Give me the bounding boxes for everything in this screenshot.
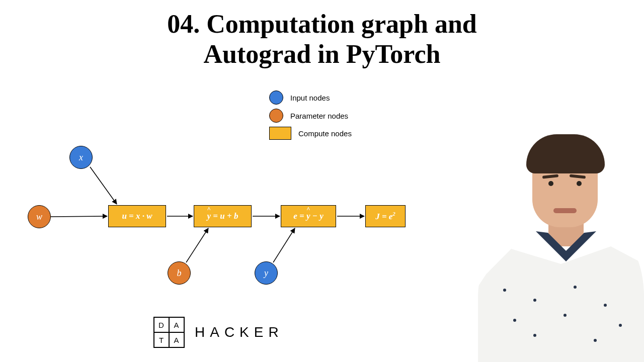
logo-grid: D A T A bbox=[153, 317, 185, 348]
compute-u: u = x · w bbox=[108, 205, 166, 227]
legend-swatch-input bbox=[269, 90, 283, 105]
legend-row-input: Input nodes bbox=[269, 90, 352, 105]
legend-row-param: Parameter nodes bbox=[269, 109, 352, 123]
compute-u-label: u = x · w bbox=[122, 211, 152, 221]
legend-swatch-param bbox=[269, 109, 283, 123]
node-y: y bbox=[255, 261, 278, 285]
compute-J: J = e2 bbox=[365, 205, 406, 227]
datahacker-logo: D A T A HACKER bbox=[153, 317, 284, 348]
slide-title: 04. Computation graph and Autograd in Py… bbox=[0, 9, 644, 69]
title-line-2: Autograd in PyTorch bbox=[204, 40, 441, 68]
logo-word: HACKER bbox=[195, 324, 284, 340]
compute-yhat: y = u + b bbox=[194, 205, 252, 227]
compute-J-label: J = e2 bbox=[375, 211, 395, 222]
node-y-label: y bbox=[264, 268, 268, 279]
node-x: x bbox=[69, 146, 93, 169]
presenter-photo bbox=[478, 138, 644, 362]
node-b: b bbox=[168, 261, 191, 285]
node-b-label: b bbox=[177, 268, 182, 279]
compute-e: e = y − y bbox=[281, 205, 336, 227]
logo-cell-2: A bbox=[169, 317, 184, 332]
legend-label-param: Parameter nodes bbox=[290, 112, 348, 120]
svg-line-5 bbox=[273, 228, 295, 262]
legend-row-compute: Compute nodes bbox=[269, 127, 352, 140]
node-x-label: x bbox=[79, 152, 83, 163]
legend-label-input: Input nodes bbox=[290, 94, 330, 102]
legend: Input nodes Parameter nodes Compute node… bbox=[269, 90, 352, 144]
node-w: w bbox=[28, 205, 51, 228]
svg-line-3 bbox=[186, 228, 208, 262]
compute-yhat-label: y = u + b bbox=[207, 211, 238, 221]
title-line-1: 04. Computation graph and bbox=[167, 10, 476, 38]
node-w-label: w bbox=[36, 212, 42, 222]
logo-cell-4: A bbox=[169, 332, 184, 347]
svg-line-0 bbox=[90, 167, 117, 204]
compute-e-label: e = y − y bbox=[293, 211, 324, 221]
legend-label-compute: Compute nodes bbox=[298, 129, 352, 138]
logo-cell-1: D bbox=[154, 317, 169, 332]
svg-line-1 bbox=[51, 216, 107, 217]
logo-cell-3: T bbox=[154, 332, 169, 347]
legend-swatch-compute bbox=[269, 127, 291, 140]
